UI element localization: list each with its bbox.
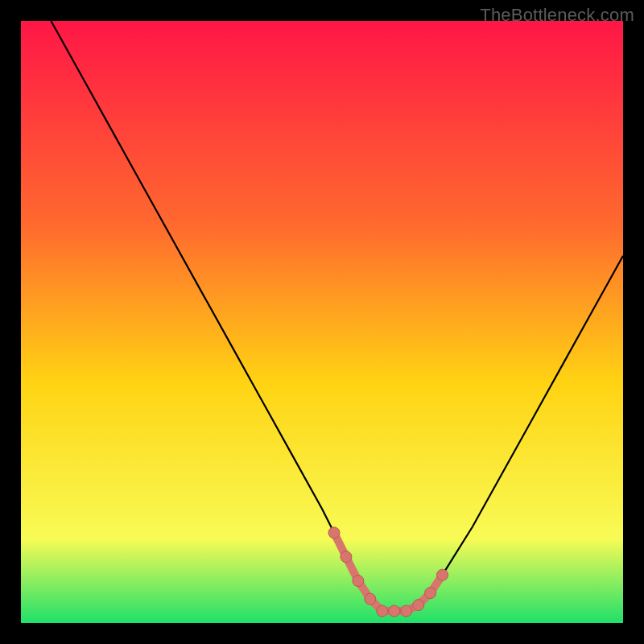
chart-svg (21, 21, 623, 623)
marker-dot (389, 605, 400, 617)
marker-dot (341, 551, 352, 563)
marker-dot (425, 588, 436, 599)
marker-dot (328, 527, 340, 539)
marker-dot (365, 593, 376, 605)
watermark-text: TheBottleneck.com (480, 5, 634, 26)
marker-dot (377, 605, 388, 617)
gradient-background (21, 21, 623, 623)
marker-dot (353, 576, 364, 587)
marker-dot (413, 600, 424, 611)
chart-plot (21, 21, 623, 623)
chart-frame: TheBottleneck.com (0, 0, 644, 644)
marker-dot (401, 605, 412, 617)
marker-dot (437, 569, 448, 580)
